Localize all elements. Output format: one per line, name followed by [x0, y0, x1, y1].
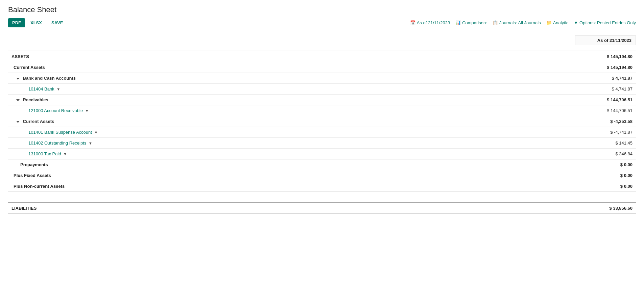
- report-header-col: As of 21/11/2023: [575, 35, 636, 45]
- pdf-button[interactable]: PDF: [8, 18, 25, 27]
- account-101402-link[interactable]: 101402 Outstanding Receipts ▼: [28, 140, 92, 146]
- prepayments-amount: $ 0.00: [575, 159, 636, 170]
- account-131000-amount: $ 346.84: [575, 149, 636, 159]
- bank-cash-row: Bank and Cash Accounts $ 4,741.87: [8, 73, 636, 84]
- chevron-down-icon: [16, 99, 20, 101]
- account-101402-row: 101402 Outstanding Receipts ▼ $ 141.45: [8, 138, 636, 149]
- chevron-down-icon: [16, 121, 20, 123]
- bank-cash-amount: $ 4,741.87: [575, 73, 636, 84]
- account-121000-amount: $ 144,706.51: [575, 105, 636, 116]
- account-101401-link[interactable]: 101401 Bank Suspense Account ▼: [28, 130, 98, 135]
- account-131000-label[interactable]: 131000 Tax Paid ▼: [8, 149, 575, 159]
- account-101404-label[interactable]: 101404 Bank ▼: [8, 84, 575, 95]
- journals-filter[interactable]: 📋 Journals: All Journals: [493, 20, 541, 25]
- current-assets-top-label: Current Assets: [8, 62, 575, 73]
- plus-fixed-assets-amount: $ 0.00: [575, 170, 636, 181]
- chevron-down-icon: [16, 78, 20, 80]
- liabilities-section-row: LIABILITIES $ 33,856.60: [8, 203, 636, 214]
- prepayments-row: Prepayments $ 0.00: [8, 159, 636, 170]
- receivables-label[interactable]: Receivables: [8, 95, 575, 105]
- bank-cash-label[interactable]: Bank and Cash Accounts: [8, 73, 575, 84]
- chart-icon: 📊: [455, 20, 461, 25]
- account-101401-amount: $ -4,741.87: [575, 127, 636, 138]
- assets-section-row: ASSETS $ 145,194.80: [8, 51, 636, 62]
- account-101404-row: 101404 Bank ▼ $ 4,741.87: [8, 84, 636, 95]
- account-131000-link[interactable]: 131000 Tax Paid ▼: [28, 151, 67, 156]
- current-assets-top-amount: $ 145,194.80: [575, 62, 636, 73]
- assets-label: ASSETS: [8, 51, 575, 62]
- account-121000-label[interactable]: 121000 Account Receivable ▼: [8, 105, 575, 116]
- current-assets-sub-row: Current Assets $ -4,253.58: [8, 116, 636, 127]
- page-title: Balance Sheet: [8, 5, 636, 14]
- receivables-row: Receivables $ 144,706.51: [8, 95, 636, 105]
- account-101401-label[interactable]: 101401 Bank Suspense Account ▼: [8, 127, 575, 138]
- prepayments-label: Prepayments: [8, 159, 575, 170]
- page-wrapper: Balance Sheet PDF XLSX SAVE 📅 As of 21/1…: [0, 0, 644, 219]
- spacer-cell: [8, 192, 636, 203]
- analytic-icon: 📁: [546, 20, 552, 25]
- liabilities-label: LIABILITIES: [8, 203, 575, 214]
- report-table: ASSETS $ 145,194.80 Current Assets $ 145…: [8, 51, 636, 214]
- account-101401-row: 101401 Bank Suspense Account ▼ $ -4,741.…: [8, 127, 636, 138]
- account-101402-label[interactable]: 101402 Outstanding Receipts ▼: [8, 138, 575, 149]
- account-101402-amount: $ 141.45: [575, 138, 636, 149]
- save-button[interactable]: SAVE: [47, 18, 67, 27]
- plus-fixed-assets-label: Plus Fixed Assets: [8, 170, 575, 181]
- account-121000-link[interactable]: 121000 Account Receivable ▼: [28, 108, 89, 113]
- plus-non-current-row: Plus Non-current Assets $ 0.00: [8, 181, 636, 192]
- account-131000-row: 131000 Tax Paid ▼ $ 346.84: [8, 149, 636, 159]
- options-filter[interactable]: ▼ Options: Posted Entries Only: [574, 20, 636, 25]
- dropdown-arrow-icon: ▼: [56, 87, 60, 91]
- toolbar-filters: 📅 As of 21/11/2023 📊 Comparison: 📋 Journ…: [410, 20, 636, 25]
- account-101404-link[interactable]: 101404 Bank ▼: [28, 86, 60, 92]
- current-assets-sub-label[interactable]: Current Assets: [8, 116, 575, 127]
- current-assets-sub-amount: $ -4,253.58: [575, 116, 636, 127]
- xlsx-button[interactable]: XLSX: [26, 18, 46, 27]
- report-header: As of 21/11/2023: [8, 33, 636, 48]
- receivables-amount: $ 144,706.51: [575, 95, 636, 105]
- journal-icon: 📋: [493, 20, 498, 25]
- dropdown-arrow-icon: ▼: [63, 152, 67, 156]
- account-121000-row: 121000 Account Receivable ▼ $ 144,706.51: [8, 105, 636, 116]
- analytic-filter[interactable]: 📁 Analytic: [546, 20, 569, 25]
- current-assets-top-row: Current Assets $ 145,194.80: [8, 62, 636, 73]
- date-filter[interactable]: 📅 As of 21/11/2023: [410, 20, 450, 25]
- assets-amount: $ 145,194.80: [575, 51, 636, 62]
- spacer-row: [8, 192, 636, 203]
- comparison-filter[interactable]: 📊 Comparison:: [455, 20, 487, 25]
- filter-icon: ▼: [574, 20, 578, 25]
- dropdown-arrow-icon: ▼: [89, 141, 92, 145]
- liabilities-amount: $ 33,856.60: [575, 203, 636, 214]
- plus-non-current-label: Plus Non-current Assets: [8, 181, 575, 192]
- plus-fixed-assets-row: Plus Fixed Assets $ 0.00: [8, 170, 636, 181]
- dropdown-arrow-icon: ▼: [85, 109, 89, 113]
- account-101404-amount: $ 4,741.87: [575, 84, 636, 95]
- calendar-icon: 📅: [410, 20, 415, 25]
- dropdown-arrow-icon: ▼: [94, 130, 98, 134]
- plus-non-current-amount: $ 0.00: [575, 181, 636, 192]
- toolbar: PDF XLSX SAVE 📅 As of 21/11/2023 📊 Compa…: [8, 18, 636, 27]
